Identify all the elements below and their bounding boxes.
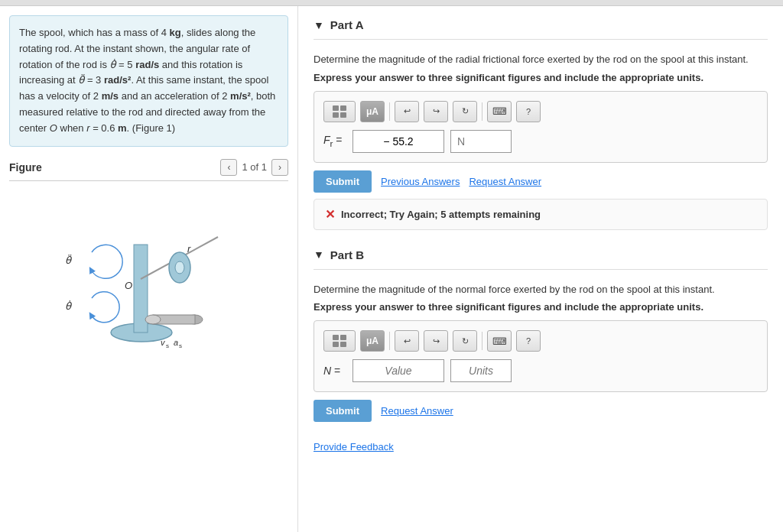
part-a-input-row: Fr = [323,130,758,153]
refresh-tool-a[interactable]: ↻ [453,101,477,122]
svg-rect-20 [333,335,339,340]
part-a-answer-box: μA ↩ ↪ ↻ ⌨ ? Fr = [314,91,768,163]
redo-tool-a[interactable]: ↪ [424,101,448,122]
svg-text:r: r [187,243,191,255]
part-b-toolbar: μA ↩ ↪ ↻ ⌨ ? [323,330,758,352]
svg-text:s: s [166,342,169,349]
matrix-tool-a[interactable] [323,101,356,122]
part-b-value-input[interactable] [353,359,444,382]
svg-point-8 [175,261,184,274]
svg-text:a: a [174,338,178,347]
provide-feedback-section: Provide Feedback [314,440,768,453]
part-b-answer-box: μA ↩ ↪ ↻ ⌨ ? N = [314,320,768,392]
incorrect-icon: ✕ [325,207,335,222]
top-bar [0,0,783,6]
part-b-submit-row: Submit Request Answer [314,400,768,422]
svg-rect-18 [333,112,339,118]
next-figure-button[interactable]: › [271,159,288,176]
right-panel: ▼ Part A Determine the magnitude of the … [298,6,783,532]
svg-rect-17 [340,105,346,111]
part-b-description: Determine the magnitude of the normal fo… [314,282,768,297]
part-b-toggle[interactable]: ▼ [314,248,324,261]
svg-text:s: s [179,342,182,349]
part-b-title: Part B [330,248,364,261]
part-a-submit-button[interactable]: Submit [314,170,372,193]
part-b-units-input[interactable] [450,359,512,382]
matrix-icon-a [332,105,347,118]
undo-tool-b[interactable]: ↩ [395,330,419,352]
svg-rect-22 [333,342,339,347]
part-a-divider [314,39,768,40]
part-b-submit-button[interactable]: Submit [314,400,372,422]
problem-text: The spool, which has a mass of 4 kg, sli… [9,15,288,147]
undo-tool-a[interactable]: ↩ [395,101,419,122]
part-a-submit-row: Submit Previous Answers Request Answer [314,170,768,193]
figure-count: 1 of 1 [242,161,267,173]
provide-feedback-button[interactable]: Provide Feedback [314,441,394,453]
mu-tool-b[interactable]: μA [360,330,385,352]
svg-text:θ̈: θ̈ [65,254,73,265]
svg-rect-19 [340,112,346,118]
part-a-title: Part A [330,18,364,31]
figure-image: r θ̈ θ̇ O v s a [9,187,288,355]
part-a-toggle[interactable]: ▼ [314,19,324,31]
svg-point-4 [145,315,161,324]
part-a-units-input[interactable] [450,130,512,153]
part-a-header: ▼ Part A [314,18,768,31]
part-a-toolbar: μA ↩ ↪ ↻ ⌨ ? [323,101,758,122]
part-b-input-row: N = [323,359,758,382]
svg-text:v: v [161,338,166,347]
redo-tool-b[interactable]: ↪ [424,330,448,352]
figure-nav: ‹ 1 of 1 › [220,159,288,176]
svg-rect-21 [340,335,346,340]
figure-header: Figure ‹ 1 of 1 › [9,159,288,181]
part-a-section: ▼ Part A Determine the magnitude of the … [314,18,768,230]
keyboard-tool-b[interactable]: ⌨ [487,330,512,352]
matrix-icon-b [332,334,347,348]
help-tool-b[interactable]: ? [516,330,541,352]
figure-title: Figure [9,161,42,174]
figure-section: Figure ‹ 1 of 1 › [9,159,288,523]
mu-tool-a[interactable]: μA [360,101,385,122]
left-panel: The spool, which has a mass of 4 kg, sli… [0,6,298,532]
part-a-incorrect-box: ✕ Incorrect; Try Again; 5 attempts remai… [314,199,768,230]
part-b-header: ▼ Part B [314,248,768,261]
part-a-incorrect-msg: Incorrect; Try Again; 5 attempts remaini… [341,209,541,220]
refresh-tool-b[interactable]: ↻ [453,330,477,352]
part-a-eq-label: Fr = [323,134,346,148]
figure-diagram: r θ̈ θ̇ O v s a [42,191,256,352]
part-a-instruction: Express your answer to three significant… [314,72,768,83]
main-layout: The spool, which has a mass of 4 kg, sli… [0,6,783,532]
matrix-tool-b[interactable] [323,330,356,352]
keyboard-tool-a[interactable]: ⌨ [487,101,512,122]
part-b-instruction: Express your answer to three significant… [314,301,768,313]
part-a-value-input[interactable] [353,130,444,153]
part-a-previous-answers-button[interactable]: Previous Answers [381,176,460,187]
svg-rect-23 [340,342,346,347]
svg-text:θ̇: θ̇ [65,300,73,311]
svg-text:O: O [125,280,132,291]
part-a-description: Determine the magnitude of the radial fr… [314,52,768,67]
prev-figure-button[interactable]: ‹ [220,159,237,176]
part-a-request-answer-button[interactable]: Request Answer [469,176,541,187]
part-b-divider [314,269,768,270]
part-b-eq-label: N = [323,365,346,377]
part-b-request-answer-button[interactable]: Request Answer [381,405,453,417]
part-b-section: ▼ Part B Determine the magnitude of the … [314,248,768,423]
svg-rect-16 [333,105,339,111]
help-tool-a[interactable]: ? [516,101,541,122]
